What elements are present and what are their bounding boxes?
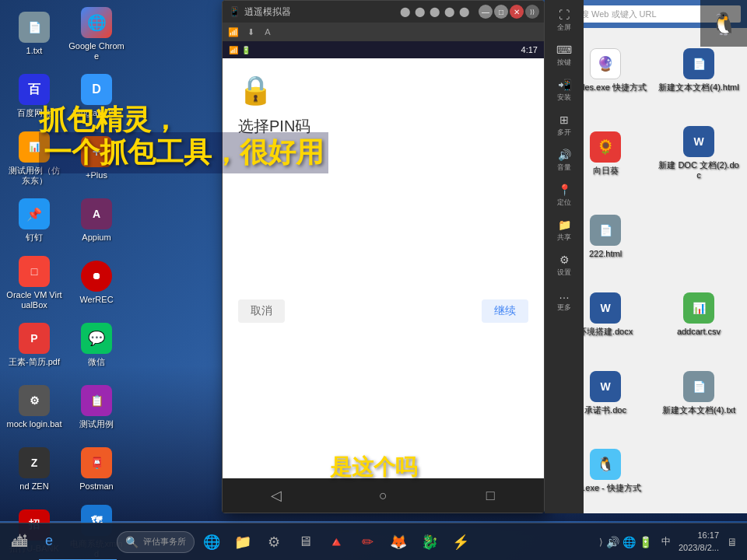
- taskbar-tray: 🔊 🌐 🔋: [606, 536, 652, 548]
- desktop-icon-oracle-vm[interactable]: □ Oracle VM VirtualBox: [3, 252, 65, 314]
- phone-content: 🔒 选择PIN码 取消 继续: [223, 58, 544, 478]
- toolbar-download: ⬇: [244, 26, 257, 38]
- pin-title: 选择PIN码: [238, 116, 310, 137]
- titlebar-tool-1[interactable]: ⬤: [400, 6, 410, 17]
- qq-logo-area: 🐧: [700, 0, 747, 47]
- desktop-icon-wechat[interactable]: 💬 微信: [65, 314, 128, 376]
- minimize-button[interactable]: —: [479, 5, 493, 19]
- install-button[interactable]: 📲 安装: [547, 73, 581, 107]
- desktop: 📄 1.txt 🌐 Google Chrome 百 百度网盘 D Dingtal…: [0, 0, 747, 560]
- location-button[interactable]: 📍 定位: [547, 178, 581, 212]
- tray-battery-icon[interactable]: 🔋: [639, 536, 652, 548]
- desktop-icon-zen[interactable]: Z nd ZEN: [3, 439, 65, 501]
- desktop-icon-baidu[interactable]: 百 百度网盘: [3, 65, 65, 128]
- taskbar-clock: 16:17 2023/8/2...: [679, 530, 719, 554]
- desktop-icon-mock-login[interactable]: ⚙ mock login.bat: [3, 376, 65, 439]
- titlebar-tool-2[interactable]: ⬤: [415, 6, 425, 17]
- desktop-icon-appium[interactable]: A Appium: [65, 190, 128, 252]
- status-battery-icon: 🔋: [241, 46, 251, 54]
- phone-nav-bar: ◁ ○ □: [223, 478, 544, 513]
- start-button[interactable]: 🏙: [0, 523, 39, 561]
- pin-cancel-button[interactable]: 取消: [238, 299, 285, 323]
- nav-back-button[interactable]: ◁: [261, 480, 292, 511]
- taskbar-search-text: 评估事务所: [143, 536, 186, 548]
- taskbar-ie-button[interactable]: e: [39, 523, 117, 561]
- window-controls: — □ ✕ ⟩⟩: [479, 5, 539, 19]
- taskbar-folder-btn[interactable]: 📁: [229, 528, 257, 556]
- taskbar-flash-btn[interactable]: ⚡: [447, 528, 475, 556]
- emulator-right-sidebar: ⛶ 全屏 ⌨ 按键 📲 安装 ⊞ 多开 🔊 音量 📍 定位 📁 共享 ⚙: [545, 0, 584, 513]
- taskbar-date: 2023/8/2...: [679, 542, 719, 554]
- emulator-app-icon: 📱: [227, 5, 241, 19]
- nav-home-button[interactable]: ○: [367, 480, 398, 511]
- desktop-icon-test-cases[interactable]: 📋 测试用例: [65, 376, 128, 439]
- nav-recent-button[interactable]: □: [475, 480, 506, 511]
- taskbar-browser-btn[interactable]: 🌐: [198, 528, 226, 556]
- extra-button[interactable]: ⟩⟩: [525, 5, 539, 19]
- share-button[interactable]: 📁 共享: [547, 213, 581, 247]
- taskbar-settings-btn[interactable]: ⚙: [260, 528, 288, 556]
- desktop-icon-chrome[interactable]: 🌐 Google Chrome: [65, 3, 128, 65]
- taskbar-orange-btn[interactable]: 🔺: [322, 528, 350, 556]
- fullscreen-button[interactable]: ⛶ 全屏: [547, 3, 581, 37]
- tray-speaker-icon[interactable]: 🔊: [606, 536, 619, 548]
- toolbar-input: A: [261, 26, 274, 38]
- taskbar-firefox-btn[interactable]: 🦊: [384, 528, 412, 556]
- show-desktop-button[interactable]: 🖥: [724, 536, 741, 548]
- desktop-icons-left: 📄 1.txt 🌐 Google Chrome 百 百度网盘 D Dingtal…: [0, 0, 124, 513]
- desktop-icon-dingding[interactable]: 📌 钉钉: [3, 190, 65, 252]
- desktop-icon-pdf[interactable]: P 王素-简历.pdf: [3, 314, 65, 376]
- pin-lock-icon: 🔒: [238, 74, 273, 107]
- pin-confirm-button[interactable]: 继续: [482, 299, 528, 323]
- titlebar-tool-3[interactable]: ⬤: [430, 6, 440, 17]
- desktop-icon-dingtalk[interactable]: D Dingtalk_2...: [65, 65, 128, 128]
- emulator-title: 逍遥模拟器: [244, 5, 397, 19]
- desktop-icon-webrec[interactable]: ⏺ WerREC: [65, 252, 128, 314]
- volume-button[interactable]: 🔊 音量: [547, 143, 581, 177]
- desktop-icon-test-xls[interactable]: 📊 测试用例（仿东东）: [3, 128, 65, 190]
- search-icon: 🔍: [125, 536, 139, 548]
- status-left: 📶 🔋: [229, 46, 251, 54]
- multi-open-button[interactable]: ⊞ 多开: [547, 108, 581, 142]
- qq-logo-icon: 🐧: [710, 11, 738, 37]
- right-icon-txt4[interactable]: 📄 新建文本文档(4).txt: [654, 355, 744, 430]
- ie-icon: e: [45, 533, 53, 549]
- right-desktop-icons: 🔮 Charles.exe 快捷方式 📄 新建文本文档(4).html 🌻 向日…: [557, 28, 747, 513]
- desktop-icon-txt[interactable]: 📄 1.txt: [3, 3, 65, 65]
- taskbar-terminal-btn[interactable]: 🖥: [291, 528, 319, 556]
- pin-buttons-row: 取消 继续: [238, 299, 528, 323]
- right-icon-addcart[interactable]: 📊 addcart.csv: [654, 278, 744, 352]
- desktop-icon-plus[interactable]: + +Plus: [65, 128, 128, 190]
- taskbar-right: 中 16:17 2023/8/2... 🖥: [652, 530, 747, 554]
- taskbar: 🏙 e 🔍 评估事务所 🌐 📁 ⚙ 🖥 🔺 ✏ 🦊 🐉 ⚡ ⟩ 🔊 🌐 🔋: [0, 523, 747, 560]
- desktop-icon-postman[interactable]: 📮 Postman: [65, 439, 128, 501]
- start-city-icon: 🏙: [12, 533, 27, 551]
- phone-screen: 📶 🔋 4:17 🔒 选择PIN码 取消 继续 ◁: [223, 41, 544, 513]
- emulator-window: 📱 逍遥模拟器 ⬤ ⬤ ⬤ ⬤ ⬤ — □ ✕ ⟩⟩ 📶 ⬇ A: [222, 0, 545, 513]
- taskbar-language[interactable]: 中: [658, 534, 674, 550]
- taskbar-pen-btn[interactable]: ✏: [353, 528, 381, 556]
- taskbar-apps: 🌐 📁 ⚙ 🖥 🔺 ✏ 🦊 🐉 ⚡: [195, 528, 596, 556]
- tray-expand-button[interactable]: ⟩: [596, 537, 606, 548]
- close-button[interactable]: ✕: [510, 5, 524, 19]
- more-button[interactable]: … 更多: [547, 283, 581, 317]
- maximize-button[interactable]: □: [494, 5, 508, 19]
- browser-url-placeholder: 搜 Web 或键入 URL: [580, 9, 657, 20]
- titlebar-tool-4[interactable]: ⬤: [444, 6, 454, 17]
- status-right: 4:17: [521, 45, 538, 54]
- status-signal: 📶: [229, 46, 238, 54]
- toolbar-signal: 📶: [227, 26, 240, 38]
- keyboard-button[interactable]: ⌨ 按键: [547, 38, 581, 72]
- taskbar-snake-btn[interactable]: 🐉: [416, 528, 444, 556]
- taskbar-time: 16:17: [679, 530, 719, 541]
- phone-status-bar: 📶 🔋 4:17: [223, 41, 544, 58]
- status-time: 4:17: [521, 45, 538, 54]
- settings-button[interactable]: ⚙ 设置: [547, 248, 581, 282]
- right-panel: 🐧 e 搜 Web 或键入 URL 🔮 Charles.exe 快捷方式 📄 新…: [556, 0, 747, 513]
- right-icon-doc2[interactable]: W 新建 DOC 文档(2).doc: [654, 110, 744, 196]
- emulator-titlebar: 📱 逍遥模拟器 ⬤ ⬤ ⬤ ⬤ ⬤ — □ ✕ ⟩⟩: [223, 1, 544, 23]
- titlebar-tool-5[interactable]: ⬤: [459, 6, 469, 17]
- emulator-toolbar: 📶 ⬇ A: [223, 23, 544, 41]
- taskbar-search-bar[interactable]: 🔍 评估事务所: [117, 531, 195, 553]
- tray-network-icon[interactable]: 🌐: [622, 536, 636, 548]
